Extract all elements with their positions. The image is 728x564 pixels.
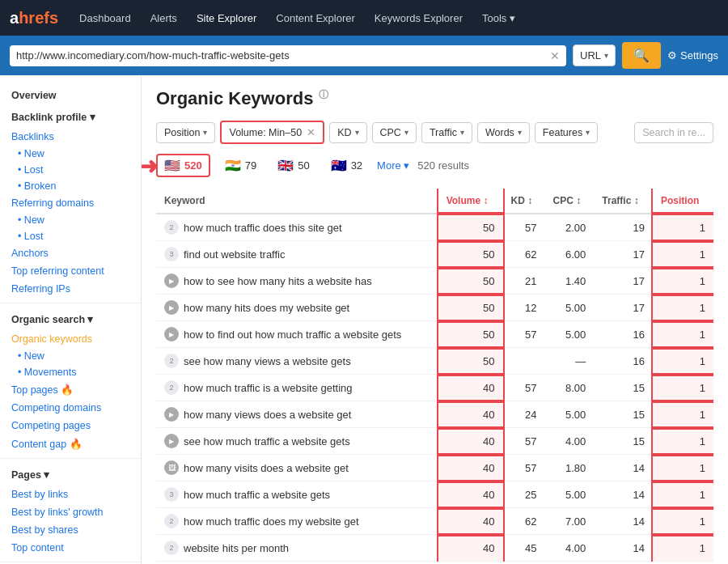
search-button[interactable]: 🔍 (622, 42, 661, 69)
sidebar-item-ref-lost[interactable]: • Lost (0, 228, 141, 244)
country-tab-au[interactable]: 🇦🇺 32 (324, 155, 369, 176)
sidebar-item-new[interactable]: • New (0, 146, 141, 162)
sidebar-item-best-by-shares[interactable]: Best by shares (0, 521, 141, 539)
sidebar-item-backlinks[interactable]: Backlinks (0, 128, 141, 146)
position-chevron: ▾ (203, 128, 207, 137)
features-filter[interactable]: Features ▾ (535, 122, 598, 143)
col-position[interactable]: Position (653, 189, 713, 214)
sidebar-item-kw-movements[interactable]: • Movements (0, 364, 141, 380)
table-row: 2 how much traffic does this site get 50… (156, 214, 713, 241)
sidebar-item-content-gap[interactable]: Content gap 🔥 (0, 435, 141, 453)
cpc-filter[interactable]: CPC ▾ (372, 122, 417, 143)
nav-items: Dashboard Alerts Site Explorer Content E… (71, 7, 718, 29)
cpc-cell: — (544, 348, 594, 375)
col-kd[interactable]: KD ↕ (503, 189, 545, 214)
video-icon: ▶ (164, 300, 179, 315)
video-icon: ▶ (164, 274, 179, 288)
url-input[interactable] (16, 49, 545, 61)
settings-button[interactable]: ⚙ Settings (667, 49, 718, 61)
sidebar-divider-3 (0, 562, 141, 562)
country-tab-us[interactable]: 🇺🇸 520 (156, 154, 210, 177)
kd-filter[interactable]: KD ▾ (329, 122, 366, 143)
col-cpc[interactable]: CPC ↕ (544, 189, 594, 214)
sidebar-item-referring-ips[interactable]: Referring IPs (0, 280, 141, 298)
volume-filter-close[interactable]: ✕ (307, 126, 315, 138)
table-row: 2 how much traffic does my website get 4… (156, 508, 713, 535)
sidebar-item-anchors[interactable]: Anchors (0, 244, 141, 262)
position-cell: 1 (653, 295, 713, 321)
sidebar-divider-1 (0, 303, 141, 303)
kd-cell: 24 (503, 401, 545, 428)
kd-cell: 57 (503, 321, 545, 348)
nav-alerts[interactable]: Alerts (142, 7, 185, 29)
sidebar-item-top-pages[interactable]: Top pages 🔥 (0, 380, 141, 399)
page-title: Organic Keywords ⓘ (156, 88, 713, 109)
video-icon: ▶ (164, 407, 179, 422)
kd-cell: 62 (503, 241, 545, 268)
kd-cell: 57 (503, 428, 545, 455)
cpc-cell: 5.00 (544, 401, 594, 428)
sidebar-organic-search[interactable]: Organic search ▾ (0, 308, 141, 330)
serp-icon: 2 (164, 220, 179, 235)
nav-site-explorer[interactable]: Site Explorer (188, 7, 265, 29)
position-filter[interactable]: Position ▾ (156, 122, 215, 143)
keyword-cell: 3 how much traffic a website gets (156, 481, 438, 508)
position-cell: 1 (653, 348, 713, 375)
keyword-cell: 🖼 how many visits does a website get (156, 455, 438, 481)
words-filter[interactable]: Words ▾ (477, 122, 530, 143)
sidebar-item-best-by-links-growth[interactable]: Best by links' growth (0, 503, 141, 521)
kd-cell: 25 (503, 481, 545, 508)
cpc-cell: 7.00 (544, 508, 594, 535)
traffic-chevron: ▾ (460, 128, 464, 137)
nav-tools[interactable]: Tools ▾ (474, 7, 523, 29)
sidebar-item-top-referring[interactable]: Top referring content (0, 262, 141, 280)
col-volume[interactable]: Volume ↕ (438, 189, 503, 214)
keyword-search[interactable]: Search in re... (634, 122, 713, 143)
url-type-selector[interactable]: URL ▾ (573, 45, 616, 66)
col-keyword: Keyword (156, 189, 438, 214)
country-tab-in[interactable]: 🇮🇳 79 (218, 155, 263, 176)
cpc-cell: 8.00 (544, 375, 594, 401)
sidebar-item-top-content[interactable]: Top content (0, 539, 141, 557)
sidebar-item-competing-pages[interactable]: Competing pages (0, 417, 141, 435)
sidebar-backlink-profile[interactable]: Backlink profile ▾ (0, 106, 141, 128)
volume-filter[interactable]: Volume: Min–50 ✕ (220, 121, 324, 144)
sidebar-item-kw-new[interactable]: • New (0, 348, 141, 364)
traffic-filter[interactable]: Traffic ▾ (421, 122, 472, 143)
sidebar-item-organic-keywords[interactable]: Organic keywords (0, 330, 141, 348)
logo[interactable]: ahrefs (10, 9, 58, 28)
url-clear-button[interactable]: ✕ (550, 49, 560, 62)
country-tab-gb[interactable]: 🇬🇧 50 (271, 155, 315, 176)
sidebar-item-broken[interactable]: • Broken (0, 178, 141, 194)
nav-content-explorer[interactable]: Content Explorer (268, 7, 363, 29)
table-row: 🖼 how many visits does a website get 40 … (156, 455, 713, 481)
position-cell: 1 (653, 535, 713, 562)
volume-cell: 50 (438, 321, 503, 348)
traffic-cell: 17 (594, 268, 653, 295)
gb-flag: 🇬🇧 (277, 158, 294, 173)
keyword-cell: 3 find out website traffic (156, 241, 438, 268)
url-type-chevron: ▾ (604, 51, 608, 60)
position-cell: 1 (653, 375, 713, 401)
sidebar-item-referring-domains[interactable]: Referring domains (0, 194, 141, 212)
sidebar-overview[interactable]: Overview (0, 85, 141, 106)
video-icon: ▶ (164, 434, 179, 448)
position-cell: 1 (653, 428, 713, 455)
sidebar-item-ref-new[interactable]: • New (0, 212, 141, 228)
traffic-cell: 17 (594, 241, 653, 268)
sidebar-pages[interactable]: Pages ▾ (0, 464, 141, 486)
sidebar-item-competing-domains[interactable]: Competing domains (0, 399, 141, 417)
keyword-cell: 2 see how many views a website gets (156, 348, 438, 375)
more-countries-button[interactable]: More ▾ (377, 159, 409, 172)
nav-dashboard[interactable]: Dashboard (71, 7, 139, 29)
sidebar-item-lost[interactable]: • Lost (0, 162, 141, 178)
position-cell: 1 (653, 268, 713, 295)
nav-keywords-explorer[interactable]: Keywords Explorer (366, 7, 471, 29)
keyword-cell: ▶ how many hits does my website get (156, 295, 438, 321)
col-traffic[interactable]: Traffic ↕ (594, 189, 653, 214)
keyword-cell: 2 website hits per month (156, 535, 438, 562)
gb-count: 50 (298, 159, 309, 172)
in-flag: 🇮🇳 (225, 158, 241, 173)
sidebar-item-best-by-links[interactable]: Best by links (0, 486, 141, 503)
cpc-chevron: ▾ (404, 128, 408, 137)
